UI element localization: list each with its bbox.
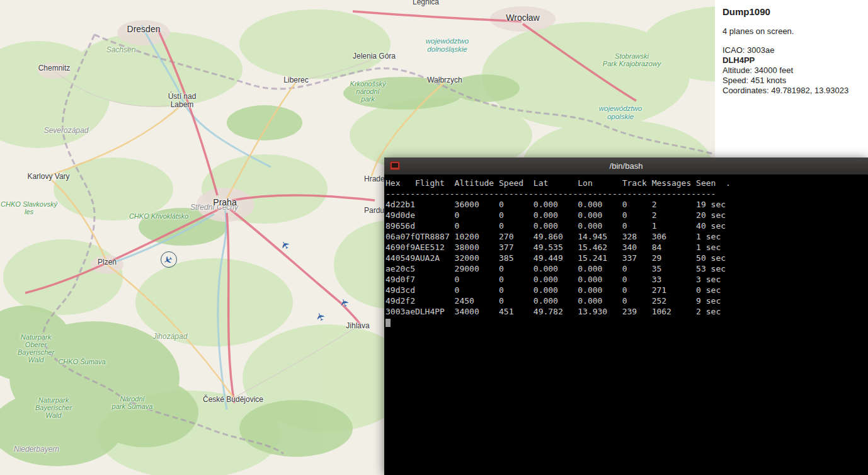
selected-plane-coordinates: Coordinates: 49.781982, 13.93023	[722, 86, 868, 96]
planes-count: 4 planes on screen.	[722, 26, 868, 36]
selected-plane-altitude: Altitude: 34000 feet	[722, 66, 868, 76]
terminal-output[interactable]: Hex Flight Altitude Speed Lat Lon Track …	[384, 175, 868, 328]
selected-plane-icao: ICAO: 3003ae	[722, 45, 868, 55]
terminal-cursor	[385, 319, 391, 327]
app-title: Dump1090	[722, 6, 868, 17]
terminal-icon	[390, 161, 400, 170]
terminal-title: /bin/bash	[610, 161, 643, 171]
terminal-window: /bin/bash Hex Flight Altitude Speed Lat …	[384, 157, 868, 475]
terminal-titlebar[interactable]: /bin/bash	[384, 157, 868, 175]
dump1090-screen: LegnicaWrocławDresdenSachsenChemnitzJele…	[0, 0, 868, 475]
plane-icon: ✈	[277, 238, 293, 252]
sidebar-info-panel: Dump1090 4 planes on screen. ICAO: 3003a…	[715, 0, 868, 157]
selected-plane-callsign: DLH4PP	[722, 55, 868, 66]
plane-icon: ✈	[337, 296, 353, 309]
plane-icon: ✈	[313, 310, 329, 323]
selected-plane-speed: Speed: 451 knots	[722, 76, 868, 86]
plane-icon: ✈	[161, 252, 175, 268]
